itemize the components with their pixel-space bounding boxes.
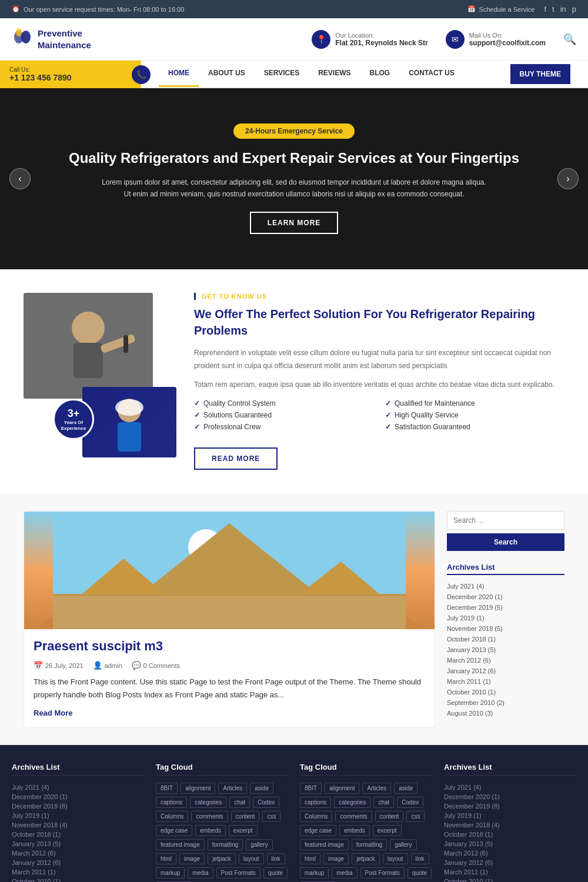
learn-more-button[interactable]: LEARN MORE [250, 212, 339, 234]
tag[interactable]: gallery [246, 839, 272, 850]
tag[interactable]: excerpt [373, 825, 402, 836]
footer-archive-item[interactable]: January 2013 (5) [444, 839, 576, 848]
tag[interactable]: markup [156, 867, 185, 878]
tag[interactable]: quote [407, 867, 432, 878]
tag[interactable]: Articles [218, 783, 247, 794]
tag[interactable]: 8BIT [300, 783, 322, 794]
tag[interactable]: image [323, 853, 349, 864]
archive-item[interactable]: November 2018 (5) [447, 623, 564, 634]
tag[interactable]: html [156, 853, 176, 864]
footer-archive-item[interactable]: November 2018 (4) [12, 820, 144, 830]
twitter-icon[interactable]: t [552, 5, 554, 14]
footer-archive-item[interactable]: March 2011 (1) [12, 867, 144, 877]
tag[interactable]: comments [335, 811, 372, 822]
archive-item[interactable]: March 2011 (1) [447, 676, 564, 687]
tag[interactable]: categories [190, 797, 226, 808]
archive-item[interactable]: July 2021 (4) [447, 581, 564, 592]
tag[interactable]: edge case [300, 825, 336, 836]
nav-contact[interactable]: CONTACT US [399, 61, 464, 87]
schedule-service[interactable]: 📅 Schedule a Service [467, 5, 535, 13]
tag[interactable]: captions [300, 797, 331, 808]
nav-services[interactable]: SERVICES [255, 61, 309, 87]
tag[interactable]: image [179, 853, 205, 864]
archive-item[interactable]: August 2010 (3) [447, 708, 564, 719]
archive-item[interactable]: July 2019 (1) [447, 613, 564, 623]
archive-item[interactable]: January 2012 (6) [447, 666, 564, 676]
footer-archive-item[interactable]: July 2021 (4) [444, 783, 576, 792]
tag[interactable]: layout [383, 853, 408, 864]
footer-archive-item[interactable]: October 2018 (1) [444, 830, 576, 839]
tag[interactable]: css [406, 811, 425, 822]
tag[interactable]: excerpt [229, 825, 258, 836]
search-input[interactable] [447, 511, 564, 530]
footer-archive-item[interactable]: March 2012 (6) [444, 848, 576, 858]
tag[interactable]: formatting [208, 839, 243, 850]
tag[interactable]: content [375, 811, 404, 822]
search-button[interactable]: Search [447, 533, 564, 551]
tag[interactable]: captions [156, 797, 187, 808]
tag[interactable]: formatting [352, 839, 387, 850]
tag[interactable]: css [262, 811, 280, 822]
footer-archive-item[interactable]: July 2019 (1) [12, 811, 144, 820]
tag[interactable]: media [188, 867, 213, 878]
archive-item[interactable]: December 2019 (5) [447, 602, 564, 613]
tag[interactable]: embeds [339, 825, 370, 836]
tag[interactable]: embeds [195, 825, 226, 836]
tag[interactable]: edge case [156, 825, 192, 836]
archive-item[interactable]: September 2010 (2) [447, 697, 564, 708]
footer-archive-item[interactable]: July 2019 (1) [444, 811, 576, 820]
tag[interactable]: link [411, 853, 429, 864]
tag[interactable]: alignment [181, 783, 215, 794]
tag[interactable]: featured image [300, 839, 349, 850]
tag[interactable]: quote [263, 867, 288, 878]
tag[interactable]: Articles [362, 783, 391, 794]
archive-item[interactable]: December 2020 (1) [447, 592, 564, 602]
call-button[interactable]: 📞 [132, 65, 151, 84]
footer-archive-item[interactable]: December 2020 (1) [444, 792, 576, 801]
footer-archive-item[interactable]: November 2018 (4) [444, 820, 576, 830]
facebook-icon[interactable]: f [544, 5, 546, 14]
tag[interactable]: Columns [300, 811, 332, 822]
footer-archive-item[interactable]: December 2020 (1) [12, 792, 144, 801]
hero-prev-arrow[interactable]: ‹ [9, 168, 31, 189]
tag[interactable]: media [332, 867, 357, 878]
footer-archive-item[interactable]: October 2018 (1) [12, 830, 144, 839]
tag[interactable]: content [231, 811, 260, 822]
tag[interactable]: Codex [397, 797, 423, 808]
tag[interactable]: gallery [390, 839, 416, 850]
footer-archive-item[interactable]: October 2010 (1) [12, 877, 144, 882]
footer-archive-item[interactable]: December 2019 (8) [444, 801, 576, 811]
tag[interactable]: link [267, 853, 285, 864]
archive-item[interactable]: October 2018 (1) [447, 634, 564, 644]
tag[interactable]: chat [229, 797, 250, 808]
hero-next-arrow[interactable]: › [557, 168, 579, 189]
footer-archive-item[interactable]: January 2012 (6) [12, 858, 144, 867]
instagram-icon[interactable]: in [560, 5, 566, 14]
tag[interactable]: Columns [156, 811, 188, 822]
nav-about[interactable]: ABOUT US [199, 61, 255, 87]
footer-archive-item[interactable]: March 2011 (1) [444, 867, 576, 877]
nav-blog[interactable]: BLOG [360, 61, 399, 87]
tag[interactable]: featured image [156, 839, 205, 850]
footer-archive-item[interactable]: March 2012 (6) [12, 848, 144, 858]
tag[interactable]: aside [394, 783, 417, 794]
tag[interactable]: 8BIT [156, 783, 178, 794]
nav-home[interactable]: HOME [159, 61, 199, 87]
logo[interactable]: Preventive Maintenance [12, 26, 91, 52]
tag[interactable]: comments [191, 811, 228, 822]
read-more-button[interactable]: READ MORE [194, 447, 278, 470]
tag[interactable]: jetpack [352, 853, 380, 864]
tag[interactable]: markup [300, 867, 329, 878]
archive-item[interactable]: March 2012 (6) [447, 655, 564, 666]
tag[interactable]: alignment [325, 783, 359, 794]
tag[interactable]: chat [373, 797, 394, 808]
footer-archive-item[interactable]: January 2012 (6) [444, 858, 576, 867]
nav-reviews[interactable]: REVIEWS [309, 61, 360, 87]
pinterest-icon[interactable]: p [572, 5, 576, 14]
tag[interactable]: layout [239, 853, 264, 864]
footer-archive-item[interactable]: October 2010 (1) [444, 877, 576, 882]
blog-read-more[interactable]: Read More [34, 709, 72, 717]
search-icon[interactable]: 🔍 [563, 33, 576, 46]
tag[interactable]: Post Formats [216, 867, 260, 878]
tag[interactable]: aside [250, 783, 273, 794]
